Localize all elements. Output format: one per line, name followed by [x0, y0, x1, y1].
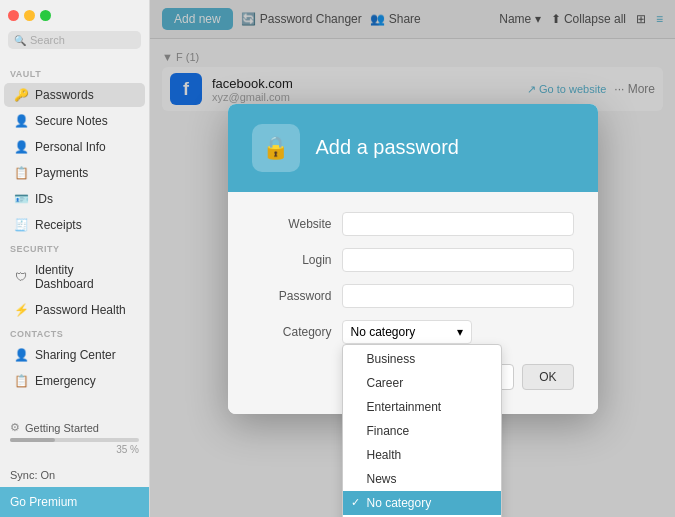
category-dropdown-selected[interactable]: No category ▾: [342, 320, 472, 344]
search-icon: 🔍: [14, 35, 26, 46]
getting-started: ⚙ Getting Started 35 %: [0, 413, 149, 463]
password-row: Password: [252, 284, 574, 308]
category-row: Category No category ▾ Business Career: [252, 320, 574, 344]
password-input[interactable]: [342, 284, 574, 308]
entertainment-label: Entertainment: [367, 400, 442, 414]
lock-icon: 🔒: [262, 135, 289, 161]
login-label: Login: [252, 253, 332, 267]
sidebar-item-ids[interactable]: 🪪 IDs: [4, 187, 145, 211]
lock-icon-container: 🔒: [252, 124, 300, 172]
search-placeholder: Search: [30, 34, 65, 46]
ok-button[interactable]: OK: [522, 364, 573, 390]
sidebar-item-secure-notes[interactable]: 👤 Secure Notes: [4, 109, 145, 133]
career-label: Career: [367, 376, 404, 390]
website-label: Website: [252, 217, 332, 231]
finance-label: Finance: [367, 424, 410, 438]
sidebar-item-identity-label: Identity Dashboard: [35, 263, 135, 291]
personal-info-icon: 👤: [14, 140, 28, 154]
sidebar-top: 🔍 Search: [0, 0, 149, 63]
password-label: Password: [252, 289, 332, 303]
search-box[interactable]: 🔍 Search: [8, 31, 141, 49]
sidebar-item-emergency-label: Emergency: [35, 374, 96, 388]
login-input[interactable]: [342, 248, 574, 272]
password-health-icon: ⚡: [14, 303, 28, 317]
website-row: Website: [252, 212, 574, 236]
dropdown-item-entertainment[interactable]: Entertainment: [343, 395, 501, 419]
gear-icon: ⚙: [10, 421, 20, 434]
sidebar-item-identity-dashboard[interactable]: 🛡 Identity Dashboard: [4, 258, 145, 296]
modal-header: 🔒 Add a password: [228, 104, 598, 192]
sidebar: 🔍 Search VAULT 🔑 Passwords 👤 Secure Note…: [0, 0, 150, 517]
getting-started-row: ⚙ Getting Started: [10, 421, 139, 434]
chevron-down-icon: ▾: [457, 325, 463, 339]
sidebar-item-personal-info[interactable]: 👤 Personal Info: [4, 135, 145, 159]
sidebar-item-passwords[interactable]: 🔑 Passwords: [4, 83, 145, 107]
getting-started-label: Getting Started: [25, 422, 99, 434]
dropdown-item-career[interactable]: Career: [343, 371, 501, 395]
go-premium-label: Go Premium: [10, 495, 77, 509]
website-input[interactable]: [342, 212, 574, 236]
dropdown-item-news[interactable]: News: [343, 467, 501, 491]
progress-percent: 35 %: [10, 444, 139, 455]
dropdown-item-business[interactable]: Business: [343, 347, 501, 371]
traffic-light-green[interactable]: [40, 10, 51, 21]
sidebar-item-secure-notes-label: Secure Notes: [35, 114, 108, 128]
sidebar-item-payments-label: Payments: [35, 166, 88, 180]
progress-bar-track: [10, 438, 139, 442]
secure-notes-icon: 👤: [14, 114, 28, 128]
sidebar-item-emergency[interactable]: 📋 Emergency: [4, 369, 145, 393]
passwords-icon: 🔑: [14, 88, 28, 102]
category-selected-value: No category: [351, 325, 416, 339]
contacts-section-label: CONTACTS: [0, 323, 149, 342]
check-icon: ✓: [351, 496, 360, 509]
traffic-light-yellow[interactable]: [24, 10, 35, 21]
identity-dashboard-icon: 🛡: [14, 270, 28, 284]
add-password-modal: 🔒 Add a password Website Login Password: [228, 104, 598, 414]
sidebar-item-pw-health-label: Password Health: [35, 303, 126, 317]
emergency-icon: 📋: [14, 374, 28, 388]
sync-bar: Sync: On: [0, 463, 149, 487]
main-content: Add new 🔄 Password Changer 👥 Share Name …: [150, 0, 675, 517]
sync-label: Sync: On: [10, 469, 55, 481]
payments-icon: 📋: [14, 166, 28, 180]
modal-body: Website Login Password Category No categ…: [228, 192, 598, 414]
sidebar-item-receipts-label: Receipts: [35, 218, 82, 232]
sidebar-bottom: ⚙ Getting Started 35 % Sync: On Go Premi…: [0, 413, 149, 517]
category-dropdown-menu: Business Career Entertainment Finance: [342, 344, 502, 518]
sidebar-item-payments[interactable]: 📋 Payments: [4, 161, 145, 185]
sidebar-item-receipts[interactable]: 🧾 Receipts: [4, 213, 145, 237]
traffic-light-red[interactable]: [8, 10, 19, 21]
sidebar-item-ids-label: IDs: [35, 192, 53, 206]
login-row: Login: [252, 248, 574, 272]
security-section-label: SECURITY: [0, 238, 149, 257]
category-dropdown-container: No category ▾ Business Career Enterta: [342, 320, 472, 344]
category-label: Category: [252, 325, 332, 339]
traffic-lights: [8, 10, 141, 21]
modal-overlay: 🔒 Add a password Website Login Password: [150, 0, 675, 517]
go-premium-button[interactable]: Go Premium: [0, 487, 149, 517]
sharing-center-icon: 👤: [14, 348, 28, 362]
sidebar-item-password-health[interactable]: ⚡ Password Health: [4, 298, 145, 322]
business-label: Business: [367, 352, 416, 366]
news-label: News: [367, 472, 397, 486]
vault-section-label: VAULT: [0, 63, 149, 82]
no-category-label: No category: [367, 496, 432, 510]
sidebar-item-passwords-label: Passwords: [35, 88, 94, 102]
sidebar-item-personal-info-label: Personal Info: [35, 140, 106, 154]
ids-icon: 🪪: [14, 192, 28, 206]
sidebar-item-sharing-center[interactable]: 👤 Sharing Center: [4, 343, 145, 367]
dropdown-item-no-category[interactable]: ✓ No category: [343, 491, 501, 515]
sidebar-item-sharing-label: Sharing Center: [35, 348, 116, 362]
modal-title: Add a password: [316, 136, 459, 159]
receipts-icon: 🧾: [14, 218, 28, 232]
dropdown-item-health[interactable]: Health: [343, 443, 501, 467]
health-label: Health: [367, 448, 402, 462]
progress-bar-fill: [10, 438, 55, 442]
dropdown-item-finance[interactable]: Finance: [343, 419, 501, 443]
